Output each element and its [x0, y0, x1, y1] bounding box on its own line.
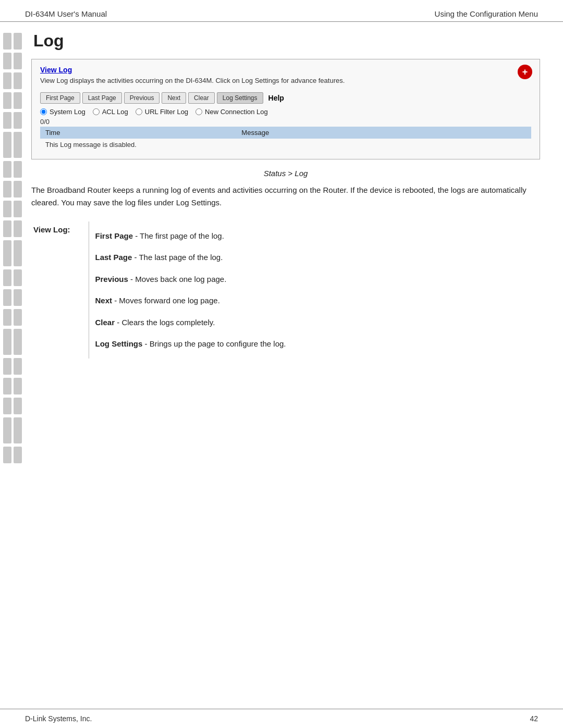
help-icon[interactable]: + — [518, 65, 532, 79]
footer-right: 42 — [530, 714, 538, 723]
viewlog-box: + View Log View Log displays the activit… — [31, 59, 540, 159]
def-item-clear: Clear - Clears the logs completely. — [95, 312, 538, 334]
next-button[interactable]: Next — [162, 92, 186, 104]
def-term-last-page: Last Page — [95, 253, 132, 262]
radio-system-log-label: System Log — [50, 108, 85, 116]
viewlog-desc: View Log displays the activities occurri… — [40, 76, 531, 86]
sidebar-block-pair — [3, 92, 28, 109]
header-right: Using the Configuration Menu — [435, 9, 538, 18]
def-desc-first-page: The first page of the log. — [140, 231, 224, 240]
radio-acl-log-input[interactable] — [93, 108, 100, 115]
def-term-clear: Clear — [95, 318, 115, 327]
def-item-first-page: First Page - The first page of the log. — [95, 225, 538, 247]
def-item-next: Next - Moves forward one log page. — [95, 290, 538, 312]
footer-left: D-Link Systems, Inc. — [25, 714, 92, 723]
sidebar-block-pair — [3, 269, 28, 286]
log-table-header-row: Time Message — [40, 127, 531, 139]
def-desc-next: Moves forward one log page. — [119, 296, 219, 305]
previous-button[interactable]: Previous — [124, 92, 160, 104]
page-body: Log + View Log View Log displays the act… — [0, 22, 563, 699]
sidebar-block-pair — [3, 378, 28, 394]
sidebar-decorative — [0, 22, 31, 699]
sidebar-block-pair — [3, 447, 28, 463]
sidebar-block-pair — [3, 33, 28, 50]
definitions-table: View Log: First Page - The first page of… — [31, 221, 540, 359]
help-plus-symbol: + — [522, 67, 528, 78]
sidebar-block-pair — [3, 161, 28, 178]
def-sep-3: - — [128, 275, 135, 283]
def-term-first-page: First Page — [95, 231, 133, 240]
radio-acl-log[interactable]: ACL Log — [93, 108, 128, 116]
log-settings-button[interactable]: Log Settings — [217, 92, 263, 104]
first-page-button[interactable]: First Page — [40, 92, 80, 104]
viewlog-title: View Log — [40, 66, 531, 74]
radio-acl-log-label: ACL Log — [102, 108, 128, 116]
radio-system-log-input[interactable] — [40, 108, 47, 115]
def-label: View Log: — [31, 221, 89, 359]
def-separator — [89, 221, 93, 359]
sidebar-block-pair — [3, 309, 28, 326]
radio-new-connection-log[interactable]: New Connection Log — [195, 108, 268, 116]
sidebar-block-pair — [3, 53, 28, 69]
status-log-caption: Status > Log — [31, 169, 540, 178]
page-header: DI-634M User's Manual Using the Configur… — [0, 0, 563, 22]
log-table: Time Message This Log message is disable… — [40, 127, 531, 151]
radio-url-filter-log[interactable]: URL Filter Log — [136, 108, 188, 116]
help-label: Help — [268, 94, 284, 102]
sidebar-block-pair — [3, 181, 28, 198]
toolbar: First Page Last Page Previous Next Clear… — [40, 92, 531, 104]
def-item-previous: Previous - Moves back one log page. — [95, 268, 538, 290]
clear-button[interactable]: Clear — [188, 92, 215, 104]
def-term-previous: Previous — [95, 275, 128, 283]
sidebar-block-pair — [3, 417, 28, 443]
radio-new-connection-log-input[interactable] — [195, 108, 202, 115]
log-disabled-message: This Log message is disabled. — [40, 139, 531, 151]
log-table-message-header: Message — [236, 127, 531, 139]
page-footer: D-Link Systems, Inc. 42 — [0, 709, 563, 728]
sidebar-block-pair — [3, 72, 28, 89]
radio-new-connection-log-label: New Connection Log — [205, 108, 268, 116]
description-paragraph: The Broadband Router keeps a running log… — [31, 184, 540, 209]
radio-system-log[interactable]: System Log — [40, 108, 85, 116]
sidebar-block-pair — [3, 289, 28, 306]
log-count: 0/0 — [40, 118, 531, 126]
sidebar-block-pair — [3, 132, 28, 158]
def-sep-6: - — [142, 339, 149, 348]
def-desc-last-page: The last page of the log. — [139, 253, 223, 262]
log-table-time-header: Time — [40, 127, 236, 139]
def-item-log-settings: Log Settings - Brings up the page to con… — [95, 333, 538, 355]
header-left: DI-634M User's Manual — [25, 9, 107, 18]
def-desc-log-settings: Brings up the page to configure the log. — [150, 339, 286, 348]
sidebar-block-pair — [3, 398, 28, 414]
sidebar-block-pair — [3, 358, 28, 375]
radio-url-filter-log-input[interactable] — [136, 108, 142, 115]
last-page-button[interactable]: Last Page — [82, 92, 122, 104]
sidebar-block-pair — [3, 240, 28, 266]
def-sep-5: - — [115, 318, 121, 327]
def-sep-1: - — [133, 231, 140, 240]
sidebar-block-pair — [3, 201, 28, 217]
def-content: First Page - The first page of the log. … — [93, 221, 541, 359]
radio-row: System Log ACL Log URL Filter Log New Co… — [40, 108, 531, 116]
content-area: Log + View Log View Log displays the act… — [31, 22, 563, 699]
sidebar-block-pair — [3, 112, 28, 129]
def-term-log-settings: Log Settings — [95, 339, 143, 348]
def-desc-clear: Clears the logs completely. — [121, 318, 215, 327]
def-item-last-page: Last Page - The last page of the log. — [95, 246, 538, 268]
sidebar-block-pair — [3, 329, 28, 355]
log-table-disabled-row: This Log message is disabled. — [40, 139, 531, 151]
page-title: Log — [31, 31, 540, 51]
def-table-row: View Log: First Page - The first page of… — [31, 221, 540, 359]
sidebar-block-pair — [3, 220, 28, 237]
def-desc-previous: Moves back one log page. — [135, 275, 226, 283]
def-sep-4: - — [112, 296, 119, 305]
def-term-next: Next — [95, 296, 113, 305]
radio-url-filter-log-label: URL Filter Log — [145, 108, 188, 116]
def-sep-2: - — [132, 253, 139, 262]
